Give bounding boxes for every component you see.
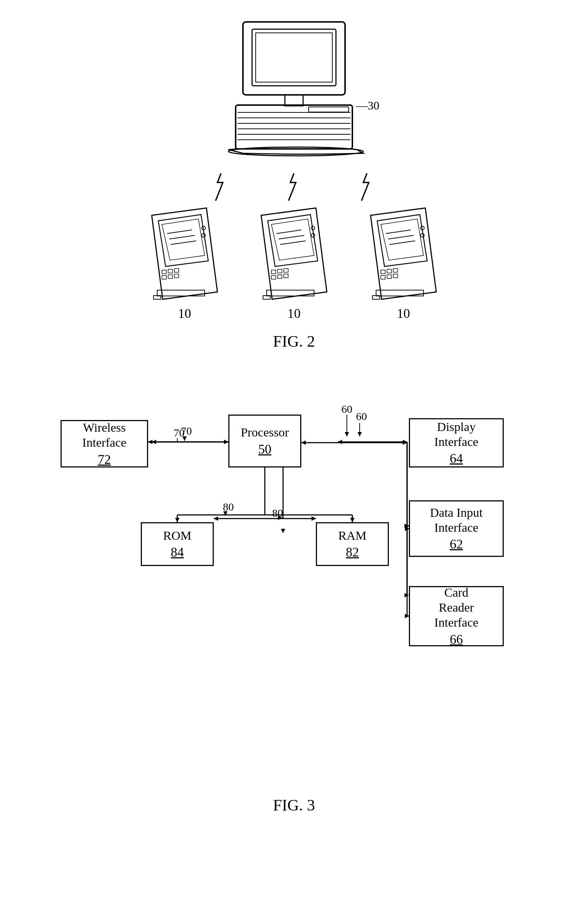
ram-title: RAM <box>338 528 366 543</box>
ram-number: 82 <box>346 544 359 560</box>
wireless-signal-lines <box>166 172 422 201</box>
display-interface-box: DisplayInterface 64 <box>409 418 504 467</box>
fig2-label: FIG. 2 <box>273 332 315 351</box>
svg-marker-73 <box>214 516 218 521</box>
svg-text:80: 80 <box>272 507 283 519</box>
data-input-interface-box: Data InputInterface 62 <box>409 500 504 557</box>
card-reader-title: CardReaderInterface <box>435 585 479 630</box>
wireless-interface-box: WirelessInterface 72 <box>61 420 148 467</box>
device-2: 10 <box>254 205 334 321</box>
device-label-2: 10 <box>287 306 301 321</box>
device-label-3: 10 <box>397 306 410 321</box>
svg-marker-102 <box>403 441 407 445</box>
display-interface-number: 64 <box>450 451 463 466</box>
rom-box: ROM 84 <box>141 522 214 566</box>
svg-marker-96 <box>182 436 187 441</box>
card-reader-number: 66 <box>450 632 463 647</box>
svg-marker-105 <box>345 432 349 436</box>
svg-text:60: 60 <box>341 403 352 415</box>
svg-marker-54 <box>224 440 228 444</box>
svg-marker-55 <box>152 440 156 444</box>
rom-number: 84 <box>171 544 184 560</box>
svg-rect-2 <box>256 33 332 82</box>
card-reader-interface-box: CardReaderInterface 66 <box>409 586 504 646</box>
device-1: 10 <box>145 205 225 321</box>
wireless-interface-number: 72 <box>98 452 111 467</box>
svg-marker-60 <box>338 440 342 444</box>
data-input-number: 62 <box>450 536 463 552</box>
computer-illustration: —30 <box>199 15 389 168</box>
wireless-interface-title: WirelessInterface <box>82 421 127 450</box>
svg-rect-3 <box>285 95 303 106</box>
svg-marker-90 <box>350 518 354 522</box>
svg-marker-71 <box>281 529 285 533</box>
ram-box: RAM 82 <box>316 522 389 566</box>
svg-marker-99 <box>148 440 153 444</box>
svg-text:—30: —30 <box>356 99 379 112</box>
svg-marker-59 <box>403 440 407 444</box>
fig2-section: —30 <box>0 0 588 369</box>
display-interface-title: DisplayInterface <box>435 420 479 450</box>
processor-box: Processor 50 <box>228 414 301 467</box>
fig3-label: FIG. 3 <box>22 796 566 815</box>
device-3: 10 <box>363 205 443 321</box>
svg-text:70: 70 <box>181 425 192 437</box>
svg-marker-79 <box>278 516 282 520</box>
svg-marker-93 <box>223 511 227 516</box>
data-input-title: Data InputInterface <box>430 505 483 535</box>
svg-marker-68 <box>405 524 409 528</box>
block-diagram: 70 60 <box>39 384 549 785</box>
processor-number: 50 <box>258 442 272 457</box>
svg-marker-76 <box>311 516 316 521</box>
handheld-devices-row: 10 10 <box>145 205 443 321</box>
svg-marker-88 <box>175 518 180 522</box>
rom-title: ROM <box>163 528 191 543</box>
device-label-1: 10 <box>178 306 191 321</box>
svg-rect-11 <box>309 107 349 112</box>
svg-marker-69 <box>405 593 409 597</box>
svg-text:60: 60 <box>356 410 367 422</box>
fig3-section: 70 60 <box>0 369 588 829</box>
svg-marker-101 <box>301 441 306 445</box>
svg-marker-98 <box>224 440 228 444</box>
svg-marker-63 <box>357 432 362 436</box>
svg-text:70: 70 <box>174 427 184 439</box>
svg-text:80: 80 <box>223 501 234 513</box>
processor-title: Processor <box>241 425 289 440</box>
